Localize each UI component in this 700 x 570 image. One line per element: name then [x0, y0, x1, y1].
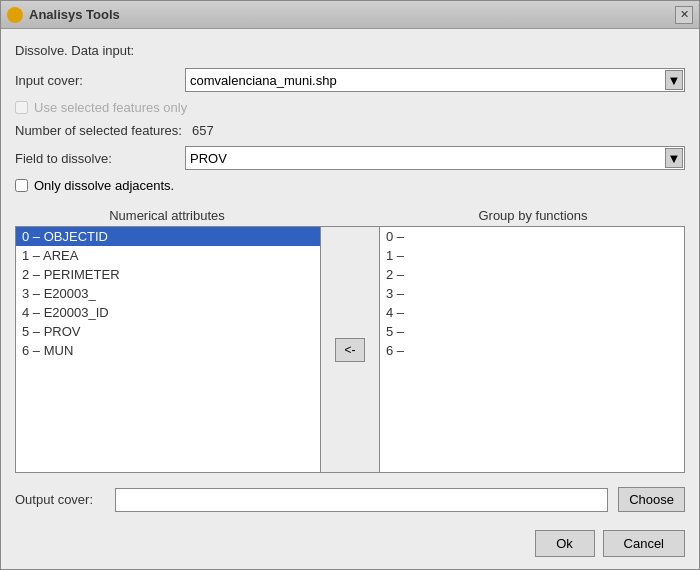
lists-section: Numerical attributes Group by functions … — [15, 205, 685, 473]
lists-body: 0 – OBJECTID 1 – AREA 2 – PERIMETER 3 – … — [15, 226, 685, 473]
list-item[interactable]: 3 – E20003_ — [16, 284, 320, 303]
field-dissolve-row: Field to dissolve: PROV ▼ — [15, 146, 685, 170]
title-bar-left: Analisys Tools — [7, 7, 120, 23]
input-cover-label: Input cover: — [15, 73, 175, 88]
output-cover-input[interactable] — [115, 488, 608, 512]
output-cover-label: Output cover: — [15, 492, 105, 507]
input-cover-select-wrapper: comvalenciana_muni.shp ▼ — [185, 68, 685, 92]
field-dissolve-select[interactable]: PROV — [185, 146, 685, 170]
numerical-attributes-header: Numerical attributes — [15, 205, 319, 226]
list-item[interactable]: 2 – PERIMETER — [16, 265, 320, 284]
list-item[interactable]: 1 – AREA — [16, 246, 320, 265]
numerical-list-panel: 0 – OBJECTID 1 – AREA 2 – PERIMETER 3 – … — [16, 227, 320, 472]
group-list[interactable]: 0 – 1 – 2 – 3 – 4 – 5 – 6 – — [380, 227, 684, 472]
dialog-content: Dissolve. Data input: Input cover: comva… — [1, 29, 699, 569]
list-item[interactable]: 4 – — [380, 303, 684, 322]
transfer-area: <- — [320, 227, 380, 472]
group-by-header: Group by functions — [381, 205, 685, 226]
list-item[interactable]: 5 – PROV — [16, 322, 320, 341]
list-item[interactable]: 6 – MUN — [16, 341, 320, 360]
close-button[interactable]: ✕ — [675, 6, 693, 24]
group-list-panel: 0 – 1 – 2 – 3 – 4 – 5 – 6 – — [380, 227, 684, 472]
field-dissolve-label: Field to dissolve: — [15, 151, 175, 166]
field-dissolve-select-wrapper: PROV ▼ — [185, 146, 685, 170]
title-bar: Analisys Tools ✕ — [1, 1, 699, 29]
cancel-button[interactable]: Cancel — [603, 530, 685, 557]
lists-header: Numerical attributes Group by functions — [15, 205, 685, 226]
use-selected-label: Use selected features only — [34, 100, 187, 115]
list-item[interactable]: 2 – — [380, 265, 684, 284]
list-item[interactable]: 6 – — [380, 341, 684, 360]
window-title: Analisys Tools — [29, 7, 120, 22]
choose-button[interactable]: Choose — [618, 487, 685, 512]
only-dissolve-row: Only dissolve adjacents. — [15, 178, 685, 193]
input-cover-select[interactable]: comvalenciana_muni.shp — [185, 68, 685, 92]
section-title: Dissolve. Data input: — [15, 43, 685, 58]
app-icon — [7, 7, 23, 23]
list-item[interactable]: 4 – E20003_ID — [16, 303, 320, 322]
use-selected-checkbox[interactable] — [15, 101, 28, 114]
list-item[interactable]: 3 – — [380, 284, 684, 303]
feature-count-row: Number of selected features: 657 — [15, 123, 685, 138]
ok-button[interactable]: Ok — [535, 530, 595, 557]
input-cover-row: Input cover: comvalenciana_muni.shp ▼ — [15, 68, 685, 92]
feature-count-value: 657 — [192, 123, 214, 138]
list-item[interactable]: 1 – — [380, 246, 684, 265]
numerical-list[interactable]: 0 – OBJECTID 1 – AREA 2 – PERIMETER 3 – … — [16, 227, 320, 472]
transfer-button[interactable]: <- — [335, 338, 364, 362]
only-dissolve-checkbox[interactable] — [15, 179, 28, 192]
only-dissolve-label: Only dissolve adjacents. — [34, 178, 174, 193]
output-cover-row: Output cover: Choose — [15, 487, 685, 512]
list-item[interactable]: 5 – — [380, 322, 684, 341]
feature-count-label: Number of selected features: — [15, 123, 182, 138]
main-window: Analisys Tools ✕ Dissolve. Data input: I… — [0, 0, 700, 570]
use-selected-row: Use selected features only — [15, 100, 685, 115]
list-item[interactable]: 0 – — [380, 227, 684, 246]
dialog-buttons: Ok Cancel — [15, 530, 685, 557]
list-item[interactable]: 0 – OBJECTID — [16, 227, 320, 246]
